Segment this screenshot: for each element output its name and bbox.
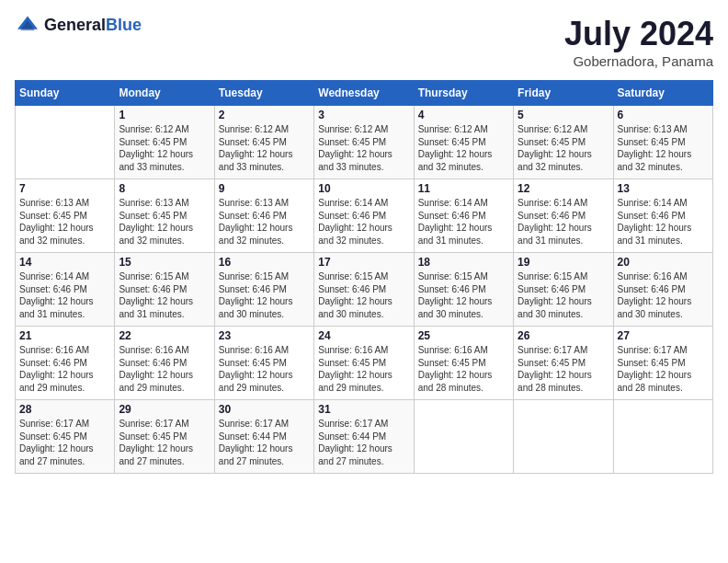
day-info: Sunrise: 6:17 AM Sunset: 6:44 PM Dayligh… — [318, 418, 409, 467]
day-number: 21 — [19, 329, 110, 342]
calendar-cell: 15Sunrise: 6:15 AM Sunset: 6:46 PM Dayli… — [115, 253, 214, 327]
calendar-cell — [414, 400, 513, 474]
day-info: Sunrise: 6:17 AM Sunset: 6:45 PM Dayligh… — [19, 418, 110, 467]
calendar-header-row: SundayMondayTuesdayWednesdayThursdayFrid… — [16, 81, 713, 106]
day-info: Sunrise: 6:13 AM Sunset: 6:45 PM Dayligh… — [19, 197, 110, 247]
day-info: Sunrise: 6:15 AM Sunset: 6:46 PM Dayligh… — [119, 270, 210, 320]
calendar-week-row: 28Sunrise: 6:17 AM Sunset: 6:45 PM Dayli… — [16, 400, 713, 474]
calendar-cell: 16Sunrise: 6:15 AM Sunset: 6:46 PM Dayli… — [214, 253, 313, 327]
day-of-week-header: Saturday — [613, 81, 712, 106]
logo-general: General — [44, 16, 106, 34]
day-info: Sunrise: 6:12 AM Sunset: 6:45 PM Dayligh… — [119, 123, 210, 173]
calendar-body: 1Sunrise: 6:12 AM Sunset: 6:45 PM Daylig… — [16, 106, 713, 474]
calendar-cell: 18Sunrise: 6:15 AM Sunset: 6:46 PM Dayli… — [414, 253, 513, 327]
day-info: Sunrise: 6:15 AM Sunset: 6:46 PM Dayligh… — [418, 270, 509, 320]
calendar-cell: 4Sunrise: 6:12 AM Sunset: 6:45 PM Daylig… — [414, 106, 513, 179]
day-info: Sunrise: 6:16 AM Sunset: 6:46 PM Dayligh… — [19, 344, 110, 394]
logo-blue: Blue — [106, 16, 142, 34]
day-info: Sunrise: 6:16 AM Sunset: 6:45 PM Dayligh… — [219, 344, 310, 394]
day-number: 14 — [19, 256, 110, 269]
month-title: July 2024 — [564, 15, 713, 53]
calendar-cell: 23Sunrise: 6:16 AM Sunset: 6:45 PM Dayli… — [214, 327, 313, 400]
day-info: Sunrise: 6:14 AM Sunset: 6:46 PM Dayligh… — [418, 197, 509, 247]
calendar-week-row: 14Sunrise: 6:14 AM Sunset: 6:46 PM Dayli… — [16, 253, 713, 327]
calendar-cell: 22Sunrise: 6:16 AM Sunset: 6:46 PM Dayli… — [115, 327, 214, 400]
calendar-cell: 30Sunrise: 6:17 AM Sunset: 6:44 PM Dayli… — [214, 400, 313, 474]
day-of-week-header: Sunday — [16, 81, 115, 106]
day-number: 4 — [418, 109, 509, 121]
day-number: 1 — [119, 109, 210, 121]
day-of-week-header: Wednesday — [314, 81, 414, 106]
day-number: 25 — [418, 329, 509, 342]
day-number: 26 — [518, 329, 609, 342]
calendar-cell — [514, 400, 613, 474]
day-number: 9 — [219, 182, 310, 195]
calendar-cell: 7Sunrise: 6:13 AM Sunset: 6:45 PM Daylig… — [16, 179, 115, 253]
calendar-cell: 31Sunrise: 6:17 AM Sunset: 6:44 PM Dayli… — [314, 400, 414, 474]
calendar-cell: 10Sunrise: 6:14 AM Sunset: 6:46 PM Dayli… — [314, 179, 414, 253]
day-number: 31 — [318, 403, 409, 416]
day-number: 6 — [618, 109, 709, 121]
day-info: Sunrise: 6:13 AM Sunset: 6:45 PM Dayligh… — [119, 197, 210, 247]
calendar-cell: 28Sunrise: 6:17 AM Sunset: 6:45 PM Dayli… — [16, 400, 115, 474]
day-number: 16 — [219, 256, 310, 269]
calendar-cell: 17Sunrise: 6:15 AM Sunset: 6:46 PM Dayli… — [314, 253, 414, 327]
day-number: 5 — [518, 109, 609, 121]
calendar-cell — [613, 400, 712, 474]
day-info: Sunrise: 6:12 AM Sunset: 6:45 PM Dayligh… — [219, 123, 310, 173]
day-number: 13 — [618, 182, 709, 195]
calendar-cell: 5Sunrise: 6:12 AM Sunset: 6:45 PM Daylig… — [514, 106, 613, 179]
day-info: Sunrise: 6:16 AM Sunset: 6:45 PM Dayligh… — [318, 344, 409, 394]
day-info: Sunrise: 6:14 AM Sunset: 6:46 PM Dayligh… — [19, 270, 110, 320]
calendar-cell: 27Sunrise: 6:17 AM Sunset: 6:45 PM Dayli… — [613, 327, 712, 400]
logo: GeneralBlue — [15, 15, 142, 35]
day-info: Sunrise: 6:12 AM Sunset: 6:45 PM Dayligh… — [418, 123, 509, 173]
calendar-week-row: 21Sunrise: 6:16 AM Sunset: 6:46 PM Dayli… — [16, 327, 713, 400]
day-number: 12 — [518, 182, 609, 195]
day-info: Sunrise: 6:17 AM Sunset: 6:45 PM Dayligh… — [518, 344, 609, 394]
calendar-cell: 19Sunrise: 6:15 AM Sunset: 6:46 PM Dayli… — [514, 253, 613, 327]
day-number: 24 — [318, 329, 409, 342]
day-number: 23 — [219, 329, 310, 342]
calendar-cell — [16, 106, 115, 179]
day-info: Sunrise: 6:17 AM Sunset: 6:44 PM Dayligh… — [219, 418, 310, 467]
day-number: 3 — [318, 109, 409, 121]
day-info: Sunrise: 6:14 AM Sunset: 6:46 PM Dayligh… — [318, 197, 409, 247]
location-subtitle: Gobernadora, Panama — [564, 53, 713, 69]
day-of-week-header: Tuesday — [214, 81, 313, 106]
day-info: Sunrise: 6:15 AM Sunset: 6:46 PM Dayligh… — [219, 270, 310, 320]
calendar-cell: 21Sunrise: 6:16 AM Sunset: 6:46 PM Dayli… — [16, 327, 115, 400]
title-block: July 2024 Gobernadora, Panama — [564, 15, 713, 69]
day-number: 22 — [119, 329, 210, 342]
day-info: Sunrise: 6:16 AM Sunset: 6:45 PM Dayligh… — [418, 344, 509, 394]
day-number: 7 — [19, 182, 110, 195]
calendar-cell: 13Sunrise: 6:14 AM Sunset: 6:46 PM Dayli… — [613, 179, 712, 253]
calendar-cell: 3Sunrise: 6:12 AM Sunset: 6:45 PM Daylig… — [314, 106, 414, 179]
calendar-week-row: 7Sunrise: 6:13 AM Sunset: 6:45 PM Daylig… — [16, 179, 713, 253]
calendar-cell: 9Sunrise: 6:13 AM Sunset: 6:46 PM Daylig… — [214, 179, 313, 253]
day-number: 27 — [618, 329, 709, 342]
calendar-week-row: 1Sunrise: 6:12 AM Sunset: 6:45 PM Daylig… — [16, 106, 713, 179]
day-info: Sunrise: 6:15 AM Sunset: 6:46 PM Dayligh… — [318, 270, 409, 320]
day-number: 11 — [418, 182, 509, 195]
day-number: 8 — [119, 182, 210, 195]
calendar-cell: 11Sunrise: 6:14 AM Sunset: 6:46 PM Dayli… — [414, 179, 513, 253]
logo-icon — [15, 15, 40, 35]
calendar-cell: 24Sunrise: 6:16 AM Sunset: 6:45 PM Dayli… — [314, 327, 414, 400]
day-number: 18 — [418, 256, 509, 269]
day-number: 17 — [318, 256, 409, 269]
calendar-cell: 29Sunrise: 6:17 AM Sunset: 6:45 PM Dayli… — [115, 400, 214, 474]
day-number: 15 — [119, 256, 210, 269]
day-info: Sunrise: 6:15 AM Sunset: 6:46 PM Dayligh… — [518, 270, 609, 320]
calendar-cell: 25Sunrise: 6:16 AM Sunset: 6:45 PM Dayli… — [414, 327, 513, 400]
calendar-table: SundayMondayTuesdayWednesdayThursdayFrid… — [15, 80, 713, 474]
day-info: Sunrise: 6:17 AM Sunset: 6:45 PM Dayligh… — [119, 418, 210, 467]
day-number: 30 — [219, 403, 310, 416]
day-info: Sunrise: 6:12 AM Sunset: 6:45 PM Dayligh… — [318, 123, 409, 173]
day-info: Sunrise: 6:16 AM Sunset: 6:46 PM Dayligh… — [618, 270, 709, 320]
calendar-cell: 12Sunrise: 6:14 AM Sunset: 6:46 PM Dayli… — [514, 179, 613, 253]
day-number: 2 — [219, 109, 310, 121]
day-info: Sunrise: 6:17 AM Sunset: 6:45 PM Dayligh… — [618, 344, 709, 394]
day-of-week-header: Monday — [115, 81, 214, 106]
day-info: Sunrise: 6:16 AM Sunset: 6:46 PM Dayligh… — [119, 344, 210, 394]
